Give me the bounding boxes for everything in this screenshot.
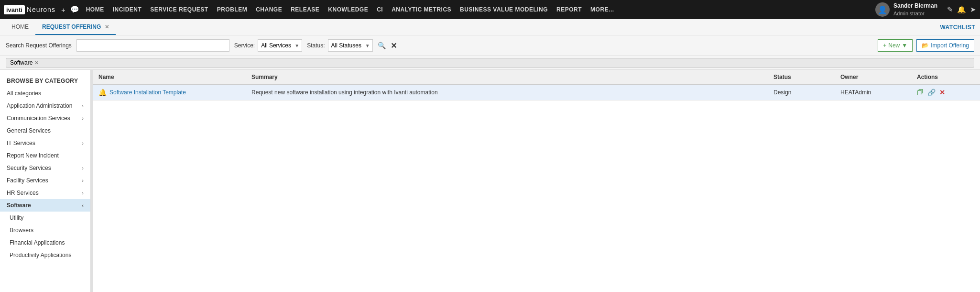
it-services-label: IT Services	[7, 140, 35, 146]
status-label: Status:	[307, 42, 325, 49]
new-dropdown-icon: ▼	[902, 42, 907, 49]
service-filter-group: Service: All Services ▼	[234, 39, 302, 52]
nav-incident[interactable]: INCIDENT	[113, 6, 142, 13]
row-name[interactable]: Software Installation Template	[109, 89, 186, 96]
chevron-right-icon: ›	[82, 140, 84, 146]
toolbar: Search Request Offerings Service: All Se…	[0, 35, 980, 56]
search-input[interactable]	[76, 39, 229, 52]
facility-services-label: Facility Services	[7, 177, 48, 184]
status-select[interactable]: All Statuses	[328, 39, 373, 52]
service-select-wrapper: All Services ▼	[258, 39, 302, 52]
tag-remove-icon[interactable]: ✕	[34, 60, 39, 66]
export-action-icon[interactable]: 🔗	[927, 89, 936, 96]
sidebar-item-financial-applications[interactable]: Financial Applications	[0, 236, 90, 249]
tab-bar: HOME REQUEST OFFERING ✕ WATCHLIST	[0, 19, 980, 35]
status-filter-group: Status: All Statuses ▼	[307, 39, 372, 52]
row-summary-cell: Request new software installation using …	[251, 89, 773, 96]
import-label: Import Offering	[931, 42, 969, 49]
top-nav-actions: ✎ 🔔 ➤	[947, 5, 976, 14]
nav-more[interactable]: MORE...	[590, 6, 614, 13]
clear-search-icon[interactable]: ✕	[391, 41, 397, 50]
hr-services-label: HR Services	[7, 190, 39, 196]
nav-ci[interactable]: CI	[377, 6, 383, 13]
top-nav: ivanti Neurons + 💬 HOME INCIDENT SERVICE…	[0, 0, 980, 19]
settings-icon[interactable]: ✎	[947, 5, 953, 14]
col-status: Status	[773, 74, 840, 80]
tab-home[interactable]: HOME	[5, 20, 35, 35]
avatar[interactable]: 👤	[875, 2, 890, 17]
chevron-down-icon: ‹	[82, 202, 84, 208]
sidebar-item-security-services[interactable]: Security Services ›	[0, 162, 90, 174]
productivity-applications-label: Productivity Applications	[10, 252, 71, 258]
tab-request-offering[interactable]: REQUEST OFFERING ✕	[35, 20, 116, 35]
nav-release[interactable]: RELEASE	[291, 6, 319, 13]
plus-icon[interactable]: +	[61, 6, 65, 14]
application-admin-label: Application Administration	[7, 102, 72, 109]
logo-area: ivanti Neurons	[4, 5, 55, 14]
tag-row: Software ✕	[0, 56, 980, 70]
import-button[interactable]: 📂 Import Offering	[916, 39, 974, 52]
sidebar-item-browsers[interactable]: Browsers	[0, 224, 90, 236]
copy-action-icon[interactable]: 🗍	[917, 89, 924, 96]
tag-label: Software	[10, 59, 33, 66]
report-new-incident-label: Report New Incident	[7, 152, 59, 159]
chevron-right-icon: ›	[82, 115, 84, 121]
sidebar-item-software[interactable]: Software ‹	[0, 199, 90, 212]
user-info: Sander Bierman Administrator	[893, 2, 937, 17]
user-area: 👤 Sander Bierman Administrator ✎ 🔔 ➤	[875, 2, 976, 17]
sidebar-item-productivity-applications[interactable]: Productivity Applications	[0, 249, 90, 261]
sidebar-item-communication-services[interactable]: Communication Services ›	[0, 112, 90, 124]
nav-business-value[interactable]: BUSINESS VALUE MODELING	[460, 6, 548, 13]
utility-label: Utility	[10, 214, 23, 221]
new-icon: +	[883, 42, 886, 49]
logout-icon[interactable]: ➤	[970, 5, 976, 14]
security-services-label: Security Services	[7, 165, 51, 171]
sidebar: BROWSE BY CATEGORY All categories Applic…	[0, 70, 91, 292]
nav-change[interactable]: CHANGE	[256, 6, 282, 13]
sidebar-item-hr-services[interactable]: HR Services ›	[0, 187, 90, 199]
bell-nav-icon[interactable]: 🔔	[957, 5, 966, 14]
service-label: Service:	[234, 42, 255, 49]
col-actions: Actions	[917, 74, 974, 80]
logo-box: ivanti	[4, 5, 25, 14]
sidebar-item-it-services[interactable]: IT Services ›	[0, 137, 90, 149]
table-row: 🔔 Software Installation Template Request…	[93, 85, 980, 101]
sidebar-item-application-admin[interactable]: Application Administration ›	[0, 100, 90, 112]
nav-knowledge[interactable]: KNOWLEDGE	[328, 6, 368, 13]
user-role: Administrator	[893, 10, 937, 17]
user-name: Sander Bierman	[893, 2, 937, 10]
sidebar-item-general-services[interactable]: General Services	[0, 124, 90, 137]
communication-services-label: Communication Services	[7, 115, 70, 122]
nav-service-request[interactable]: SERVICE REQUEST	[150, 6, 208, 13]
nav-analytic-metrics[interactable]: ANALYTIC METRICS	[392, 6, 451, 13]
nav-menu: HOME INCIDENT SERVICE REQUEST PROBLEM CH…	[86, 6, 875, 13]
chevron-right-icon: ›	[82, 103, 84, 109]
new-button[interactable]: + New ▼	[878, 39, 913, 52]
search-label: Search Request Offerings	[6, 42, 72, 49]
chevron-right-icon: ›	[82, 178, 84, 183]
watchlist-button[interactable]: WATCHLIST	[940, 24, 975, 31]
col-owner: Owner	[840, 74, 917, 80]
bell-row-icon: 🔔	[98, 89, 107, 96]
service-select[interactable]: All Services	[258, 39, 302, 52]
search-execute-icon[interactable]: 🔍	[378, 42, 386, 49]
software-label: Software	[7, 202, 31, 209]
delete-action-icon[interactable]: ✕	[939, 89, 945, 96]
table-area: Name Summary Status Owner Actions 🔔 Soft…	[93, 70, 980, 292]
new-label: New	[888, 42, 900, 49]
sidebar-item-facility-services[interactable]: Facility Services ›	[0, 174, 90, 187]
import-icon: 📂	[922, 42, 929, 49]
chat-icon[interactable]: 💬	[70, 5, 79, 14]
software-tag[interactable]: Software ✕	[6, 58, 974, 67]
sidebar-item-all-categories[interactable]: All categories	[0, 87, 90, 100]
nav-problem[interactable]: PROBLEM	[217, 6, 248, 13]
nav-home[interactable]: HOME	[86, 6, 104, 13]
nav-report[interactable]: REPORT	[556, 6, 582, 13]
tab-close-icon[interactable]: ✕	[105, 24, 109, 30]
table-header: Name Summary Status Owner Actions	[93, 70, 980, 85]
row-actions-cell: 🗍 🔗 ✕	[917, 89, 974, 96]
sidebar-item-report-new-incident[interactable]: Report New Incident	[0, 149, 90, 162]
row-name-cell[interactable]: 🔔 Software Installation Template	[98, 89, 251, 96]
sidebar-item-utility[interactable]: Utility	[0, 212, 90, 224]
col-name: Name	[98, 74, 251, 80]
